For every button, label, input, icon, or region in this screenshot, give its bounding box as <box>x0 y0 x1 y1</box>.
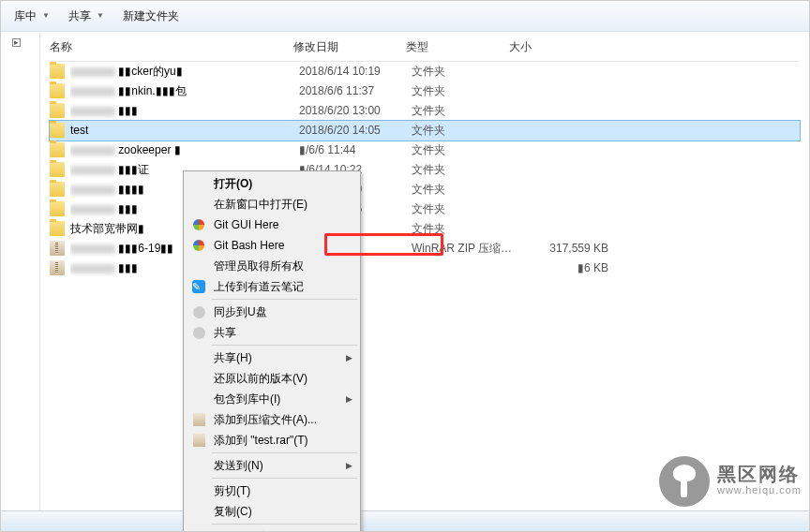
context-menu: 打开(O) 在新窗口中打开(E) Git GUI Here Git Bash H… <box>183 170 361 532</box>
file-type: 文件夹 <box>412 123 515 139</box>
menu-restore-versions[interactable]: 还原以前的版本(V) <box>186 368 358 389</box>
table-row[interactable]: 技术部宽带网▮▮/6/19 8:39文件夹 <box>50 219 800 239</box>
menu-send-to[interactable]: 发送到(N)▶ <box>186 455 358 476</box>
menu-cut[interactable]: 剪切(T) <box>186 480 358 501</box>
table-row[interactable]: ▮▮▮▮▮/6/15 17:10文件夹 <box>50 180 800 200</box>
table-row[interactable]: ▮▮▮2018/6/20 13:00文件夹 <box>50 101 800 121</box>
chevron-down-icon: ▼ <box>97 10 104 21</box>
watermark: 黑区网络 www.heiqu.com <box>659 456 802 507</box>
file-name: ▮▮▮ <box>70 103 299 119</box>
submenu-arrow-icon: ▶ <box>346 460 352 472</box>
cloud-icon: ✎ <box>191 279 206 294</box>
content-area: ▸ 名称 修改日期 类型 大小 ▮▮cker的yu▮2018/6/14 10:1… <box>1 32 809 510</box>
share-with[interactable]: 共享▼ <box>61 6 112 27</box>
menu-git-bash[interactable]: Git Bash Here <box>186 235 358 256</box>
table-row[interactable]: zookeeper ▮▮/6/6 11:44文件夹 <box>50 140 800 160</box>
git-icon <box>191 238 206 253</box>
folder-icon <box>50 162 65 177</box>
file-date: ▮/6/6 11:44 <box>299 142 412 158</box>
folder-icon <box>50 182 65 197</box>
sync-icon <box>191 304 206 319</box>
file-date: 2018/6/20 14:05 <box>299 123 412 139</box>
watermark-logo-icon <box>659 456 710 507</box>
file-type: 文件夹 <box>412 182 515 198</box>
toolbar: 库中▼ 共享▼ 新建文件夹 <box>1 1 809 32</box>
menu-include-library[interactable]: 包含到库中(I)▶ <box>186 389 358 409</box>
menu-share-app[interactable]: 共享 <box>186 322 358 343</box>
file-date: 2018/6/20 13:00 <box>299 103 412 119</box>
tree-expand-icon[interactable]: ▸ <box>12 38 21 47</box>
file-name: test <box>70 123 299 139</box>
table-row[interactable]: test2018/6/20 14:05文件夹 <box>50 121 800 140</box>
menu-upload-youdao[interactable]: ✎上传到有道云笔记 <box>186 276 358 297</box>
menu-open-new-window[interactable]: 在新窗口中打开(E) <box>186 194 358 214</box>
table-row[interactable]: ▮▮nkin.▮▮▮包2018/6/6 11:37文件夹 <box>50 81 800 101</box>
menu-create-shortcut[interactable]: 创建快捷方式(S) <box>186 526 358 532</box>
menu-open[interactable]: 打开(O) <box>186 173 358 194</box>
folder-icon <box>50 83 65 98</box>
file-date: 2018/6/14 10:19 <box>299 64 412 80</box>
menu-add-archive[interactable]: 添加到压缩文件(A)... <box>186 409 358 430</box>
table-row[interactable]: ▮▮▮▮/6/14 10:35文件夹 <box>50 200 800 219</box>
file-type: 文件夹 <box>412 83 515 99</box>
file-date: 2018/6/6 11:37 <box>299 83 412 99</box>
menu-git-gui[interactable]: Git GUI Here <box>186 214 358 235</box>
watermark-title: 黑区网络 <box>717 465 802 483</box>
separator <box>212 299 357 300</box>
file-type: 文件夹 <box>412 162 515 178</box>
file-type: 文件夹 <box>412 221 515 237</box>
separator <box>212 345 357 346</box>
folder-icon <box>50 221 65 236</box>
header-type[interactable]: 类型 <box>406 39 509 55</box>
archive-icon <box>50 241 65 256</box>
file-type: 文件夹 <box>412 103 515 119</box>
file-type: 文件夹 <box>412 142 515 158</box>
menu-admin-own[interactable]: 管理员取得所有权 <box>186 256 358 276</box>
archive-icon <box>191 412 206 427</box>
file-list: 名称 修改日期 类型 大小 ▮▮cker的yu▮2018/6/14 10:19文… <box>40 32 809 510</box>
separator <box>212 478 357 479</box>
header-name[interactable]: 名称 <box>50 39 293 55</box>
menu-share-with[interactable]: 共享(H)▶ <box>186 347 358 368</box>
table-row[interactable]: ▮▮▮6-19▮▮▮/▮0 16:33WinRAR ZIP 压缩…317,559… <box>50 239 800 259</box>
file-size: ▮6 KB <box>515 260 608 276</box>
folder-icon <box>50 103 65 118</box>
submenu-arrow-icon: ▶ <box>346 393 352 406</box>
folder-icon <box>50 142 65 157</box>
new-folder-button[interactable]: 新建文件夹 <box>115 6 187 27</box>
table-row[interactable]: ▮▮▮证▮/6/14 10:22文件夹 <box>50 160 800 180</box>
separator <box>212 524 357 525</box>
file-name: zookeeper ▮ <box>70 142 299 158</box>
chevron-down-icon: ▼ <box>42 10 50 21</box>
menu-add-test-rar[interactable]: 添加到 "test.rar"(T) <box>186 430 358 451</box>
file-type: WinRAR ZIP 压缩… <box>412 241 515 257</box>
separator <box>212 452 357 453</box>
file-name: ▮▮nkin.▮▮▮包 <box>70 83 299 99</box>
menu-copy[interactable]: 复制(C) <box>186 501 358 522</box>
file-name: ▮▮cker的yu▮ <box>70 64 299 80</box>
column-headers: 名称 修改日期 类型 大小 <box>50 37 800 62</box>
git-icon <box>191 217 206 232</box>
folder-icon <box>50 123 65 138</box>
file-type: 文件夹 <box>412 201 515 217</box>
file-size: 317,559 KB <box>515 241 608 257</box>
header-date[interactable]: 修改日期 <box>293 39 406 55</box>
table-row[interactable]: ▮▮cker的yu▮2018/6/14 10:19文件夹 <box>50 62 800 81</box>
folder-icon <box>50 201 65 216</box>
include-in-library[interactable]: 库中▼ <box>7 6 57 27</box>
menu-sync-udisk[interactable]: 同步到U盘 <box>186 302 358 322</box>
table-row[interactable]: ▮▮▮▮▮6 KB <box>50 259 800 278</box>
share-icon <box>191 325 206 340</box>
archive-icon <box>191 433 206 448</box>
nav-tree: ▸ <box>1 32 40 510</box>
status-bar <box>1 510 809 531</box>
submenu-arrow-icon: ▶ <box>346 352 352 364</box>
header-size[interactable]: 大小 <box>509 39 603 55</box>
file-type: 文件夹 <box>412 64 515 80</box>
watermark-url: www.heiqu.com <box>717 483 802 497</box>
archive-icon <box>50 260 65 275</box>
folder-icon <box>50 64 65 79</box>
